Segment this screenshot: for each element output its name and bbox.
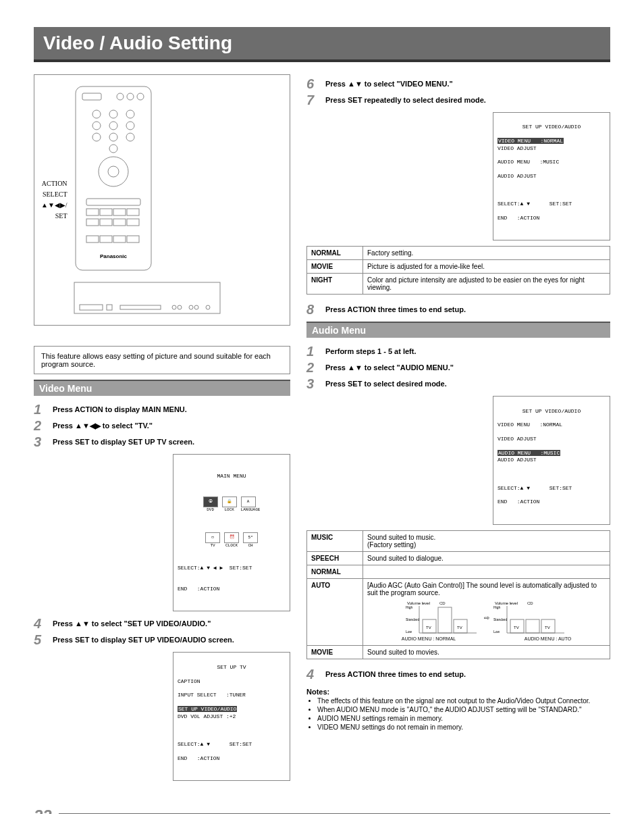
svg-rect-19 <box>100 209 112 215</box>
svg-point-3 <box>127 93 134 100</box>
audio-step-4: 4 Press ACTION three times to end setup. <box>306 667 610 681</box>
svg-point-16 <box>108 166 119 177</box>
svg-text:CD: CD <box>439 601 446 605</box>
svg-text:TV: TV <box>457 626 462 630</box>
note-item: VIDEO MENU settings do not remain in mem… <box>317 723 610 731</box>
svg-rect-27 <box>100 236 112 243</box>
step-1: 1Press ACTION to display MAIN MENU. <box>34 403 290 416</box>
svg-rect-28 <box>113 236 126 243</box>
svg-text:TV: TV <box>545 626 550 630</box>
osd-video-audio-2: SET UP VIDEO/AUDIO VIDEO MENU :NORMAL VI… <box>493 396 610 524</box>
svg-rect-33 <box>107 305 112 310</box>
svg-rect-22 <box>86 219 99 226</box>
svg-point-13 <box>126 133 134 141</box>
svg-text:Standard: Standard <box>493 617 508 621</box>
osd-video-audio-1: SET UP VIDEO/AUDIO VIDEO MENU :NORMAL VI… <box>493 112 610 240</box>
osd-main-menu: MAIN MENU ⦿DVD 🔒LOCK ALANGUAGE ▭TV ⏰CLOC… <box>173 454 290 611</box>
svg-text:Panasonic: Panasonic <box>100 253 128 259</box>
label-arrows: ▲▼◀▶/ <box>41 200 68 211</box>
svg-text:Low: Low <box>406 630 412 634</box>
svg-point-36 <box>178 305 182 309</box>
svg-rect-24 <box>113 219 126 226</box>
step-8: 8 Press ACTION three times to end setup. <box>306 303 610 316</box>
svg-point-10 <box>126 122 134 130</box>
osd-setup-tv: SET UP TV CAPTION INPUT SELECT :TUNER SE… <box>173 652 290 780</box>
svg-text:TV: TV <box>426 626 431 630</box>
svg-point-9 <box>109 122 117 130</box>
svg-rect-32 <box>80 305 103 310</box>
svg-rect-1 <box>82 93 101 100</box>
svg-point-4 <box>137 93 144 100</box>
video-modes-table: NORMALFactory setting.MOVIEPicture is ad… <box>306 246 610 295</box>
svg-point-6 <box>109 110 117 118</box>
svg-text:Standard: Standard <box>406 617 420 621</box>
step-4: 4Press ▲▼ to select "SET UP VIDEO/AUDIO.… <box>34 617 290 630</box>
svg-rect-17 <box>86 199 140 205</box>
step-7: 7Press SET repeatedly to select desired … <box>306 93 610 107</box>
svg-point-8 <box>92 122 101 130</box>
notes-list: The effects of this feature on the signa… <box>306 697 610 731</box>
feature-note: This feature allows easy setting of pict… <box>34 346 290 374</box>
svg-point-5 <box>92 110 101 118</box>
step-6: 6Press ▲▼ to select "VIDEO MENU." <box>306 77 610 91</box>
note-item: When AUDIO MENU mode is "AUTO," the AUDI… <box>317 706 610 713</box>
step-3: 3Press SET to display SET UP TV screen. <box>34 435 290 449</box>
svg-text:High: High <box>493 605 501 609</box>
svg-rect-23 <box>100 219 112 226</box>
svg-rect-25 <box>127 219 139 226</box>
page-number: 22 <box>34 807 52 814</box>
note-item: AUDIO MENU settings remain in memory. <box>317 715 610 722</box>
note-item: The effects of this feature on the signa… <box>317 697 610 705</box>
svg-rect-34 <box>120 305 161 309</box>
svg-rect-49 <box>438 607 452 633</box>
step-3: 3Press SET to select desired mode. <box>306 377 610 390</box>
step-5: 5Press SET to display SET UP VIDEO/AUDIO… <box>34 633 290 646</box>
remote-illustration: ACTION SELECT ▲▼◀▶/ SET <box>34 74 290 326</box>
svg-rect-18 <box>86 209 99 215</box>
svg-rect-21 <box>127 209 139 215</box>
svg-point-7 <box>126 110 134 118</box>
svg-point-14 <box>109 145 117 153</box>
svg-text:CD: CD <box>527 601 533 605</box>
audio-modes-table: MUSICSound suited to music.(Factory sett… <box>306 530 610 659</box>
svg-text:TV: TV <box>514 626 519 630</box>
svg-point-35 <box>172 305 176 309</box>
label-select: SELECT <box>41 189 68 200</box>
step-2: 2Press ▲▼ to select "AUDIO MENU." <box>306 361 610 374</box>
label-action: ACTION <box>41 178 68 189</box>
step-1: 1Perform steps 1 - 5 at left. <box>306 345 610 358</box>
svg-rect-26 <box>86 236 99 243</box>
svg-point-38 <box>194 305 198 309</box>
svg-rect-20 <box>113 209 126 215</box>
remote-icon: Panasonic <box>73 84 154 273</box>
step-2: 2Press ▲▼◀▶ to select "TV." <box>34 419 290 432</box>
svg-rect-61 <box>526 619 539 633</box>
page-title: Video / Audio Setting <box>34 27 610 62</box>
svg-point-39 <box>206 305 210 309</box>
label-set: SET <box>41 211 68 222</box>
svg-point-37 <box>189 305 193 309</box>
device-icon <box>73 281 221 315</box>
svg-rect-29 <box>127 236 139 243</box>
svg-point-12 <box>109 133 117 141</box>
svg-text:High: High <box>406 605 413 609</box>
audio-menu-header: Audio Menu <box>306 322 610 338</box>
video-menu-header: Video Menu <box>34 380 290 396</box>
notes-heading: Notes: <box>306 688 610 696</box>
svg-text:Low: Low <box>493 630 500 634</box>
svg-point-2 <box>117 93 124 100</box>
svg-point-11 <box>92 133 101 141</box>
